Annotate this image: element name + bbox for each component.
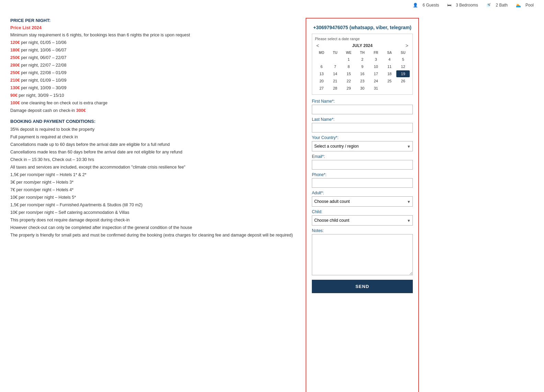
cal-prev-btn[interactable]: < xyxy=(315,43,320,48)
phone-link[interactable]: +306979476075 (whatsapp, viber, telegram… xyxy=(312,25,413,30)
cal-day-header: SA xyxy=(383,50,396,56)
cal-day[interactable]: 6 xyxy=(315,63,328,70)
cal-day-header: SU xyxy=(396,50,410,56)
phone-field-label: Phone*: xyxy=(312,172,413,177)
cal-day[interactable]: 22 xyxy=(342,78,355,84)
cal-nav: < JULY 2024 > xyxy=(315,43,410,48)
cal-day[interactable]: 23 xyxy=(356,78,369,84)
phone-input[interactable] xyxy=(312,178,413,188)
booking-condition: 7€ per room/per night – Hotels 4* xyxy=(10,186,295,193)
child-select-wrapper: Choose child count xyxy=(312,215,413,226)
cal-day[interactable]: 15 xyxy=(342,70,355,77)
price-list-title: Price List 2024 xyxy=(10,25,295,30)
cal-day[interactable]: 26 xyxy=(396,78,410,84)
price-item: 90€ per night, 30/09 – 15/10 xyxy=(10,92,295,99)
price-item: 210€ per night, 01/09 – 10/09 xyxy=(10,77,295,84)
cal-day[interactable]: 3 xyxy=(369,56,383,63)
cal-next-btn[interactable]: > xyxy=(404,43,410,48)
price-item: 250€ per night, 06/07 – 22/07 xyxy=(10,54,295,61)
cal-day[interactable]: 31 xyxy=(369,85,383,92)
bed-icon: 🛏 xyxy=(447,3,451,8)
adult-select-wrapper: Choose adult count xyxy=(312,196,413,207)
right-panel: +306979476075 (whatsapp, viber, telegram… xyxy=(306,18,419,392)
cal-day[interactable]: 20 xyxy=(315,78,328,84)
price-amount: 180€ xyxy=(10,48,20,53)
price-item: 130€ per night, 10/09 – 30/09 xyxy=(10,84,295,91)
cal-day[interactable]: 13 xyxy=(315,70,328,77)
cal-day[interactable]: 10 xyxy=(369,63,383,70)
damage-line: Damage deposit cash on check-in 300€ xyxy=(10,107,295,114)
price-amount: 210€ xyxy=(10,78,20,83)
cal-day[interactable]: 27 xyxy=(315,85,328,92)
last-name-input[interactable] xyxy=(312,123,413,132)
email-input[interactable] xyxy=(312,160,413,170)
cal-day[interactable]: 2 xyxy=(356,56,369,63)
booking-conditions: 35% deposit is required to book the prop… xyxy=(10,126,295,239)
notes-textarea[interactable] xyxy=(312,234,413,275)
price-list: 120€ per night, 01/05 – 10/06180€ per ni… xyxy=(10,39,295,99)
cal-day[interactable]: 12 xyxy=(396,63,410,70)
cal-day[interactable]: 28 xyxy=(329,85,342,92)
price-period: per night, 10/06 – 06/07 xyxy=(20,48,67,53)
price-item: 120€ per night, 01/05 – 10/06 xyxy=(10,39,295,46)
guests-icon: 👤 xyxy=(413,3,418,8)
cal-grid: MOTUWETHFRSASU12345678910111213141516171… xyxy=(315,50,410,92)
price-intro: Minimum stay requirement is 6 nights, fo… xyxy=(10,32,295,38)
cal-day[interactable]: 30 xyxy=(356,85,369,92)
booking-section-title: BOOKING AND PAYMENT CONDITIONS: xyxy=(10,119,295,124)
bath-info: 🚿 2 Bath xyxy=(483,3,509,8)
cal-day[interactable]: 25 xyxy=(383,78,396,84)
cal-day[interactable]: 4 xyxy=(383,56,396,63)
cal-day[interactable]: 11 xyxy=(383,63,396,70)
price-period: per night, 06/07 – 22/07 xyxy=(20,55,67,60)
send-button[interactable]: SEND xyxy=(312,280,413,293)
cal-day[interactable]: 16 xyxy=(356,70,369,77)
cal-day[interactable]: 24 xyxy=(369,78,383,84)
bath-icon: 🚿 xyxy=(486,3,491,8)
cal-day[interactable]: 9 xyxy=(356,63,369,70)
booking-condition: Check in – 15:30 hrs, Check out – 10:30 … xyxy=(10,156,295,163)
cal-day[interactable]: 14 xyxy=(329,70,342,77)
bedrooms-info: 🛏 3 Bedrooms xyxy=(444,3,479,8)
cleaning-fee-line: 100€ one cleaning fee on check out is ex… xyxy=(10,100,295,106)
email-label: Email*: xyxy=(312,154,413,159)
cal-day-header: TU xyxy=(329,50,342,56)
cal-day[interactable]: 18 xyxy=(383,70,396,77)
guests-info: 👤 6 Guests xyxy=(409,3,440,8)
price-amount: 130€ xyxy=(10,85,20,90)
country-select[interactable]: Select a country / region xyxy=(312,141,413,151)
price-section-title: PRICE PER NIGHT: xyxy=(10,18,295,23)
cal-day[interactable]: 19 xyxy=(396,70,410,77)
cal-day[interactable]: 29 xyxy=(342,85,355,92)
top-info-bar: 👤 6 Guests 🛏 3 Bedrooms 🚿 2 Bath 🏊 Pool xyxy=(0,0,544,11)
price-period: per night, 01/09 – 10/09 xyxy=(20,78,67,83)
adult-select[interactable]: Choose adult count xyxy=(312,196,413,207)
cal-day-empty xyxy=(315,56,328,63)
booking-condition: 3€ per room/per night – Hotels 3* xyxy=(10,179,295,186)
first-name-input[interactable] xyxy=(312,105,413,114)
price-item: 250€ per night, 22/08 – 01/09 xyxy=(10,69,295,76)
child-select[interactable]: Choose child count xyxy=(312,215,413,226)
price-period: per night, 10/09 – 30/09 xyxy=(20,85,67,90)
cal-day-empty xyxy=(329,56,342,63)
booking-condition: The property is friendly for small pets … xyxy=(10,232,295,239)
cal-day[interactable]: 8 xyxy=(342,63,355,70)
last-name-label: Last Name*: xyxy=(312,117,413,122)
cal-day-header: FR xyxy=(369,50,383,56)
adult-label: Adult*: xyxy=(312,191,413,195)
price-period: per night, 22/07 – 22/08 xyxy=(20,63,67,68)
price-amount: 120€ xyxy=(10,40,20,45)
cal-day[interactable]: 7 xyxy=(329,63,342,70)
price-item: 280€ per night, 22/07 – 22/08 xyxy=(10,62,295,69)
cal-day[interactable]: 17 xyxy=(369,70,383,77)
pool-info: 🏊 Pool xyxy=(512,3,534,8)
damage-text: Damage deposit cash on check-in xyxy=(10,108,76,113)
country-label: Your Country*: xyxy=(312,135,413,140)
price-amount: 280€ xyxy=(10,63,20,68)
booking-condition: 10€ per room/per night – Self catering a… xyxy=(10,209,295,216)
cal-day[interactable]: 1 xyxy=(342,56,355,63)
cleaning-fee-amount: 100€ xyxy=(10,101,20,105)
booking-condition: 35% deposit is required to book the prop… xyxy=(10,126,295,133)
cal-day[interactable]: 5 xyxy=(396,56,410,63)
cal-day[interactable]: 21 xyxy=(329,78,342,84)
